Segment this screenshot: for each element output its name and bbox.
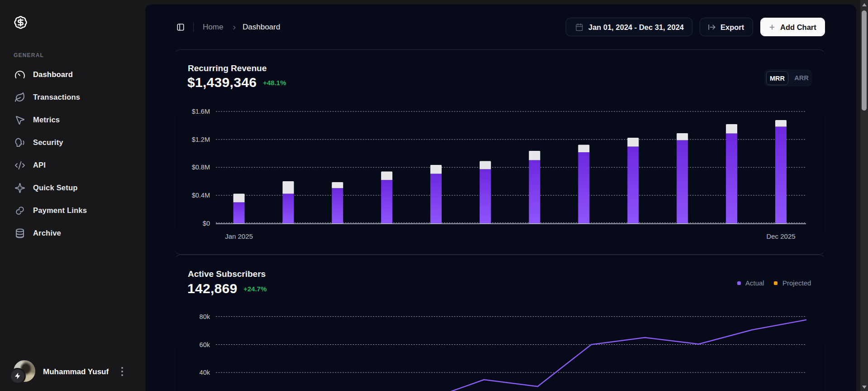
svg-text:Dec 2025: Dec 2025 [766,232,795,240]
svg-text:80k: 80k [200,313,210,320]
svg-text:$0.4M: $0.4M [192,192,210,199]
svg-text:$1.2M: $1.2M [192,136,210,143]
svg-text:60k: 60k [200,341,210,348]
svg-text:40k: 40k [200,369,210,376]
svg-text:$0: $0 [203,220,210,227]
svg-text:Jan 2025: Jan 2025 [225,232,253,240]
svg-text:$1.6M: $1.6M [192,108,210,115]
svg-text:$0.8M: $0.8M [192,164,210,171]
